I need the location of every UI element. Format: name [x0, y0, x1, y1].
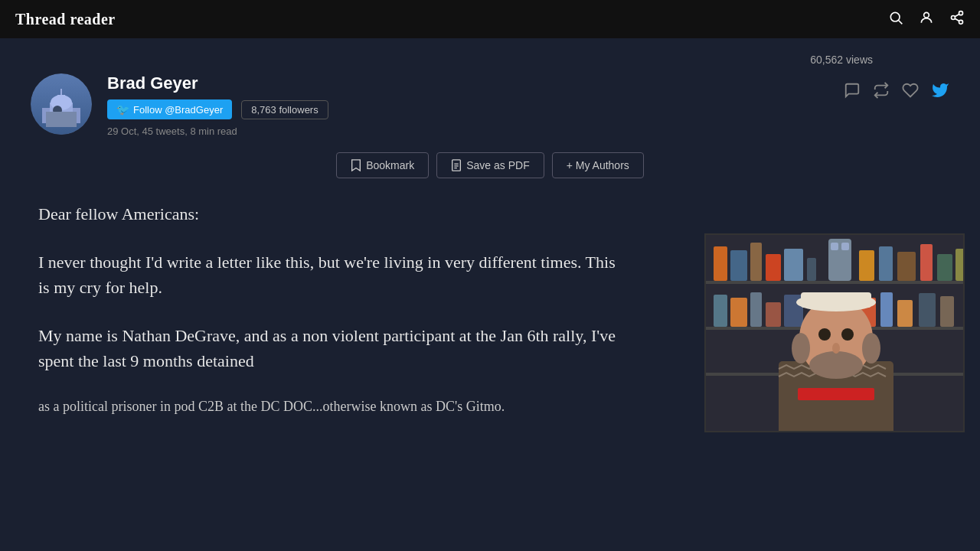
svg-rect-65 [798, 388, 874, 400]
svg-rect-42 [766, 302, 781, 327]
svg-rect-27 [766, 254, 781, 281]
follow-button[interactable]: 🐦 Follow @BradGeyer [107, 99, 232, 119]
svg-point-63 [841, 328, 854, 341]
author-meta-row: 🐦 Follow @BradGeyer 8,763 followers [107, 99, 828, 119]
svg-rect-35 [897, 252, 916, 281]
svg-rect-37 [937, 254, 952, 281]
twitter-share-icon[interactable] [931, 81, 949, 103]
svg-rect-29 [807, 258, 816, 281]
svg-rect-53 [940, 296, 954, 327]
my-authors-button[interactable]: + My Authors [552, 152, 644, 178]
svg-rect-16 [452, 160, 461, 171]
svg-rect-50 [880, 292, 893, 327]
svg-rect-52 [919, 293, 936, 327]
svg-rect-12 [57, 95, 65, 104]
svg-point-60 [862, 333, 880, 364]
save-pdf-label: Save as PDF [466, 159, 529, 171]
share-icon[interactable] [949, 10, 965, 29]
bookmark-button[interactable]: Bookmark [336, 152, 429, 178]
social-icons [844, 73, 949, 103]
svg-rect-31 [831, 243, 838, 250]
nav-icons [888, 10, 965, 29]
svg-point-4 [952, 15, 956, 19]
retweet-icon[interactable] [873, 82, 890, 103]
svg-rect-41 [750, 292, 762, 327]
search-icon[interactable] [888, 10, 903, 29]
bookmark-label: Bookmark [366, 159, 414, 171]
svg-rect-25 [730, 250, 747, 281]
thread-paragraph-1: Dear fellow Americans: [38, 201, 628, 227]
svg-rect-40 [730, 298, 747, 327]
svg-rect-51 [897, 300, 913, 327]
svg-point-2 [924, 12, 929, 18]
svg-rect-32 [841, 243, 849, 250]
thread-paragraph-4: as a political prisoner in pod C2B at th… [38, 396, 628, 417]
svg-rect-26 [750, 243, 762, 281]
author-section: Brad Geyer 🐦 Follow @BradGeyer 8,763 fol… [31, 73, 949, 137]
svg-rect-33 [859, 250, 874, 281]
svg-line-6 [955, 18, 959, 21]
svg-point-15 [53, 106, 62, 115]
svg-rect-39 [714, 295, 727, 327]
thread-content: Dear fellow Americans: I never thought I… [31, 201, 628, 417]
tweet-meta: 29 Oct, 45 tweets, 8 min read [107, 126, 828, 137]
svg-point-5 [959, 20, 963, 24]
svg-point-61 [809, 351, 863, 379]
thread-paragraph-3: My name is Nathan DeGrave, and as a non … [38, 323, 628, 373]
navbar: Thread reader [0, 0, 980, 38]
video-background [706, 235, 963, 431]
followers-badge: 8,763 followers [241, 100, 328, 119]
svg-rect-36 [920, 244, 933, 281]
svg-point-64 [832, 343, 840, 354]
my-authors-label: + My Authors [567, 159, 629, 171]
heart-icon[interactable] [902, 82, 919, 103]
main-content: 60,562 views [0, 38, 980, 432]
brand-logo[interactable]: Thread reader [15, 11, 116, 28]
save-pdf-button[interactable]: Save as PDF [436, 152, 544, 178]
avatar [31, 73, 92, 135]
svg-rect-58 [801, 292, 871, 308]
svg-rect-14 [52, 113, 63, 127]
svg-line-1 [899, 20, 903, 24]
comment-icon[interactable] [844, 82, 861, 103]
svg-rect-38 [956, 249, 965, 281]
author-name: Brad Geyer [107, 73, 828, 93]
user-icon[interactable] [919, 10, 934, 29]
svg-point-59 [792, 333, 810, 364]
thread-paragraph-2: I never thought I'd write a letter like … [38, 249, 628, 300]
svg-point-3 [959, 11, 963, 15]
author-details: Brad Geyer 🐦 Follow @BradGeyer 8,763 fol… [107, 73, 828, 137]
follow-label: Follow @BradGeyer [133, 104, 223, 116]
svg-rect-28 [784, 249, 803, 281]
views-count: 60,562 views [31, 54, 949, 66]
svg-point-62 [818, 328, 831, 341]
svg-line-7 [955, 14, 959, 16]
svg-rect-34 [879, 246, 893, 281]
svg-point-0 [890, 12, 900, 21]
video-overlay [704, 233, 965, 432]
action-buttons: Bookmark Save as PDF + My Authors [31, 152, 949, 178]
svg-rect-24 [714, 246, 727, 281]
svg-rect-21 [706, 281, 965, 284]
